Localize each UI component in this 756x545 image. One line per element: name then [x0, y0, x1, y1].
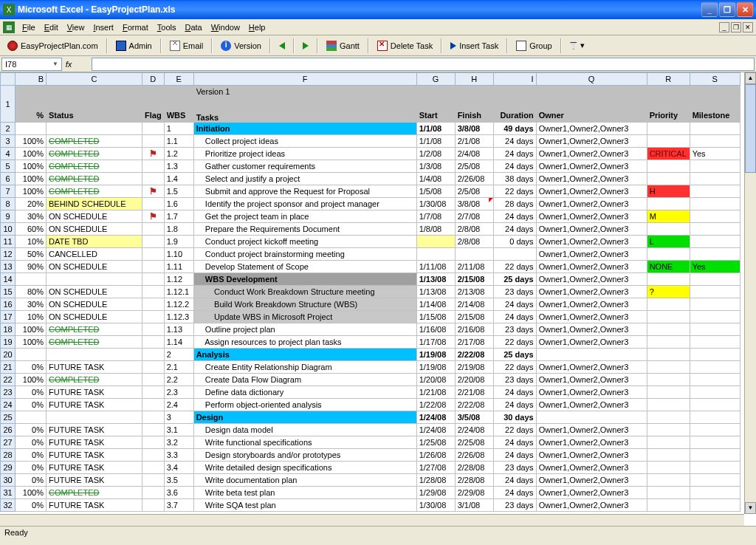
data-row[interactable]: 6 100% COMPLETED 1.4 Select and justify … — [1, 173, 740, 185]
cell-wbs[interactable]: 2.1 — [164, 361, 193, 374]
cell-percent[interactable]: 100% — [16, 323, 47, 336]
cell-milestone[interactable] — [690, 273, 740, 286]
cell-status[interactable]: FUTURE TASK — [47, 361, 142, 374]
cell-wbs[interactable]: 3.7 — [164, 499, 193, 512]
cell-task[interactable]: Outline project plan — [193, 323, 416, 336]
cell-owner[interactable]: Owner1,Owner2,Owner3 — [536, 311, 647, 323]
cell-milestone[interactable] — [690, 349, 740, 361]
row-header[interactable]: 12 — [1, 248, 16, 261]
cell-status[interactable]: COMPLETED — [47, 374, 142, 386]
cell-finish[interactable]: 2/28/08 — [455, 474, 493, 487]
cell-start[interactable]: 1/19/08 — [416, 349, 455, 361]
cell-flag[interactable]: ⚑ — [142, 210, 165, 223]
cell-start[interactable]: 1/4/08 — [416, 173, 455, 185]
cell-duration[interactable]: 38 days — [493, 173, 536, 185]
data-row[interactable]: 24 0% FUTURE TASK 2.4 Perform object-ori… — [1, 399, 740, 411]
header-status[interactable]: Status — [47, 86, 142, 123]
cell-task[interactable]: Develop Statement of Scope — [193, 261, 416, 273]
data-row[interactable]: 14 1.12 WBS Development 1/13/08 2/15/08 … — [1, 273, 740, 286]
cell-owner[interactable]: Owner1,Owner2,Owner3 — [536, 487, 647, 499]
spreadsheet-grid[interactable]: B C D E F G H I Q R S 1 % Status Flag WB… — [0, 72, 740, 512]
row-header[interactable]: 21 — [1, 361, 16, 374]
cell-owner[interactable]: Owner1,Owner2,Owner3 — [536, 236, 647, 248]
cell-task[interactable]: Design — [193, 411, 416, 424]
fx-icon[interactable]: fx — [62, 60, 75, 69]
cell-status[interactable] — [47, 411, 142, 424]
cell-start[interactable]: 1/20/08 — [416, 374, 455, 386]
cell-percent[interactable]: 0% — [16, 436, 47, 449]
row-header[interactable]: 30 — [1, 474, 16, 487]
vertical-scrollbar[interactable]: ▲ ▼ — [744, 72, 756, 514]
cell-milestone[interactable] — [690, 135, 740, 148]
delete-task-button[interactable]: Delete Task — [373, 39, 437, 52]
cell-percent[interactable]: 100% — [16, 135, 47, 148]
cell-status[interactable] — [47, 349, 142, 361]
col-header-Q[interactable]: Q — [536, 73, 647, 86]
cell-duration[interactable]: 22 days — [493, 261, 536, 273]
cell-percent[interactable]: 10% — [16, 311, 47, 323]
col-header-F[interactable]: F — [193, 73, 416, 86]
cell-task[interactable]: WBS Development — [193, 273, 416, 286]
cell-status[interactable]: ON SCHEDULE — [47, 298, 142, 311]
cell-owner[interactable]: Owner1,Owner2,Owner3 — [536, 386, 647, 399]
cell-priority[interactable] — [647, 386, 690, 399]
cell-status[interactable]: COMPLETED — [47, 173, 142, 185]
cell-task[interactable]: Write SQA test plan — [193, 499, 416, 512]
cell-duration[interactable]: 0 days — [493, 236, 536, 248]
cell-task[interactable]: Get the project team in place — [193, 210, 416, 223]
cell-duration[interactable]: 22 days — [493, 185, 536, 198]
cell-owner[interactable]: Owner1,Owner2,Owner3 — [536, 123, 647, 135]
cell-milestone[interactable] — [690, 210, 740, 223]
cell-milestone[interactable] — [690, 248, 740, 261]
cell-percent[interactable]: 100% — [16, 160, 47, 173]
cell-duration[interactable]: 22 days — [493, 336, 536, 349]
cell-milestone[interactable] — [690, 123, 740, 135]
cell-priority[interactable] — [647, 273, 690, 286]
cell-wbs[interactable]: 3.2 — [164, 436, 193, 449]
cell-flag[interactable] — [142, 236, 165, 248]
cell-duration[interactable]: 23 days — [493, 462, 536, 474]
cell-finish[interactable]: 2/5/08 — [455, 185, 493, 198]
cell-start[interactable]: 1/14/08 — [416, 298, 455, 311]
cell-wbs[interactable]: 1.10 — [164, 248, 193, 261]
cell-flag[interactable] — [142, 323, 165, 336]
cell-milestone[interactable] — [690, 311, 740, 323]
cell-milestone[interactable] — [690, 361, 740, 374]
cell-wbs[interactable]: 1 — [164, 123, 193, 135]
cell-duration[interactable]: 24 days — [493, 160, 536, 173]
cell-start[interactable]: 1/13/08 — [416, 286, 455, 298]
cell-wbs[interactable]: 3 — [164, 411, 193, 424]
cell-wbs[interactable]: 3.6 — [164, 487, 193, 499]
cell-status[interactable]: COMPLETED — [47, 135, 142, 148]
cell-milestone[interactable] — [690, 499, 740, 512]
cell-status[interactable]: COMPLETED — [47, 148, 142, 160]
data-row[interactable]: 13 90% ON SCHEDULE 1.11 Develop Statemen… — [1, 261, 740, 273]
cell-status[interactable]: FUTURE TASK — [47, 424, 142, 436]
cell-milestone[interactable] — [690, 424, 740, 436]
cell-priority[interactable] — [647, 349, 690, 361]
row-header[interactable]: 17 — [1, 311, 16, 323]
data-row[interactable]: 7 100% COMPLETED ⚑ 1.5 Submit and approv… — [1, 185, 740, 198]
row-header[interactable]: 28 — [1, 449, 16, 462]
cell-start[interactable]: 1/22/08 — [416, 399, 455, 411]
version-button[interactable]: iVersion — [216, 39, 266, 52]
row-header[interactable]: 10 — [1, 223, 16, 236]
cell-wbs[interactable]: 3.5 — [164, 474, 193, 487]
cell-task[interactable]: Submit and approve the Request for Propo… — [193, 185, 416, 198]
cell-start[interactable]: 1/24/08 — [416, 424, 455, 436]
cell-duration[interactable]: 23 days — [493, 323, 536, 336]
cell-percent[interactable]: 30% — [16, 210, 47, 223]
row-header[interactable]: 32 — [1, 499, 16, 512]
cell-percent[interactable]: 80% — [16, 286, 47, 298]
cell-owner[interactable]: Owner1,Owner2,Owner3 — [536, 298, 647, 311]
cell-priority[interactable] — [647, 298, 690, 311]
scroll-thumb[interactable] — [745, 84, 756, 173]
cell-status[interactable]: FUTURE TASK — [47, 474, 142, 487]
header-duration[interactable]: Duration — [493, 86, 536, 123]
cell-milestone[interactable] — [690, 462, 740, 474]
close-button[interactable]: ✕ — [737, 2, 753, 17]
cell-finish[interactable]: 2/8/08 — [455, 236, 493, 248]
cell-task[interactable]: Prioritize project ideas — [193, 148, 416, 160]
menu-help[interactable]: Help — [244, 21, 270, 33]
header-finish[interactable]: Finish — [455, 86, 493, 123]
